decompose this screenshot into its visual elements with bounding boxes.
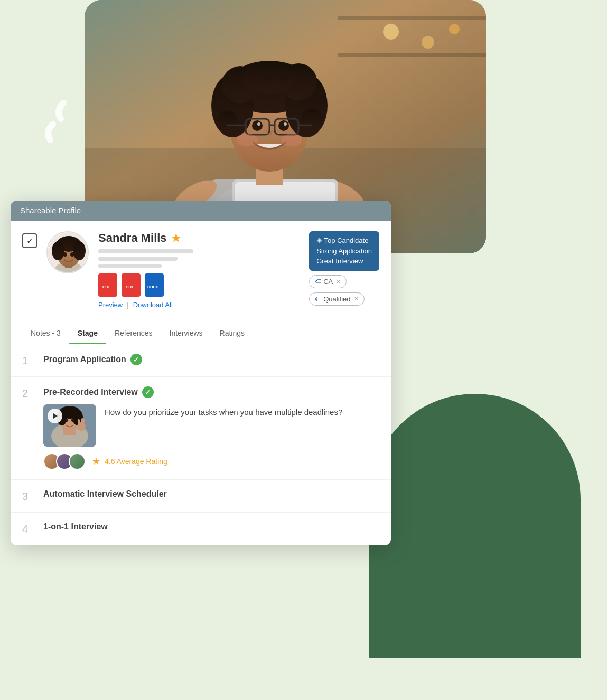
svg-text:PDF: PDF	[102, 285, 111, 289]
svg-point-21	[217, 111, 238, 132]
tab-notes[interactable]: Notes - 3	[22, 323, 69, 344]
checkbox-checkmark: ✓	[26, 236, 33, 246]
svg-point-28	[252, 120, 263, 131]
stage-title-3: Automatic Interview Scheduler	[43, 489, 379, 499]
background-blob	[369, 394, 581, 658]
document-icons: PDF PDF DOCX	[98, 273, 300, 297]
stage-content-3: Automatic Interview Scheduler	[43, 489, 379, 499]
select-candidate-checkbox[interactable]: ✓	[22, 233, 37, 248]
remove-qualified-tag[interactable]: ✕	[354, 296, 359, 302]
svg-point-42	[70, 252, 74, 257]
svg-text:DOCX: DOCX	[147, 285, 158, 289]
svg-point-22	[301, 108, 322, 129]
stage-number-3: 3	[22, 490, 35, 503]
svg-point-39	[52, 241, 64, 260]
svg-point-3	[422, 36, 434, 49]
tag-ca: 🏷 CA ✕	[309, 275, 347, 288]
play-triangle-icon	[53, 413, 58, 419]
stage-item-4: 4 1-on-1 Interview	[11, 513, 391, 545]
candidate-profile-card: Shareable Profile ✓	[11, 201, 391, 545]
raters-section: ★ 4.6 Average Rating	[43, 453, 379, 470]
svg-point-30	[257, 122, 260, 126]
video-section: How do you prioritize your tasks when yo…	[43, 404, 379, 447]
tab-stage[interactable]: Stage	[69, 323, 106, 344]
video-thumbnail[interactable]	[43, 404, 96, 447]
stage-title-2: Pre-Recorded Interview ✓	[43, 386, 379, 398]
pdf-doc-1[interactable]: PDF	[98, 273, 117, 297]
stage-list: 1 Program Application ✓ 2 Pre-Recorded I…	[11, 344, 391, 545]
svg-point-4	[449, 24, 460, 34]
rating-star-icon: ★	[92, 456, 100, 467]
document-links: Preview | Download All	[98, 301, 300, 309]
favorite-star-icon[interactable]: ★	[171, 232, 181, 244]
stage-item-2: 2 Pre-Recorded Interview ✓	[11, 377, 391, 480]
svg-text:PDF: PDF	[126, 285, 134, 289]
stage-item-1: 1 Program Application ✓	[11, 344, 391, 377]
svg-point-40	[73, 241, 86, 260]
tag-icon: 🏷	[315, 278, 321, 285]
svg-point-31	[284, 122, 287, 126]
download-all-link[interactable]: Download All	[133, 301, 173, 309]
stage-content-2: Pre-Recorded Interview ✓	[43, 386, 379, 470]
stage-content-4: 1-on-1 Interview	[43, 522, 379, 532]
link-separator: |	[127, 301, 128, 309]
card-header-title: Shareable Profile	[20, 206, 81, 215]
stage-number-1: 1	[22, 355, 35, 367]
svg-point-57	[65, 419, 68, 422]
card-header: Shareable Profile	[11, 201, 391, 221]
video-interview-question: How do you prioritize your tasks when yo…	[105, 406, 342, 419]
average-rating-text: 4.6 Average Rating	[105, 457, 167, 466]
svg-rect-5	[338, 16, 486, 20]
candidate-name: Sandra Mills ★	[98, 231, 300, 245]
svg-point-2	[383, 24, 399, 40]
stage-1-complete-icon: ✓	[130, 354, 142, 365]
stage-content-1: Program Application ✓	[43, 354, 379, 365]
stage-number-2: 2	[22, 387, 35, 400]
squiggle-decoration	[32, 95, 85, 160]
pdf-doc-2[interactable]: PDF	[122, 273, 141, 297]
candidate-tags-area: ✳ Top CandidateStrong ApplicationGreat I…	[309, 231, 379, 306]
top-candidate-badge: ✳ Top CandidateStrong ApplicationGreat I…	[309, 231, 379, 271]
svg-point-32	[237, 134, 258, 146]
info-placeholder-lines	[98, 249, 300, 268]
svg-point-29	[278, 120, 289, 131]
svg-point-33	[281, 134, 302, 146]
profile-info: Sandra Mills ★ PDF	[98, 231, 300, 309]
rater-avatars	[43, 453, 86, 470]
svg-point-41	[63, 252, 67, 257]
tag-qualified: 🏷 Qualified ✕	[309, 292, 364, 306]
info-line-1	[98, 249, 193, 253]
tag-ca-label: CA	[323, 278, 333, 286]
svg-rect-6	[338, 53, 486, 57]
stage-2-complete-icon: ✓	[142, 386, 154, 398]
avatar	[46, 231, 89, 273]
rater-avatar-3	[69, 453, 86, 470]
svg-point-20	[243, 62, 296, 94]
stage-tabs: Notes - 3 Stage References Interviews Ra…	[22, 323, 379, 344]
info-line-2	[98, 257, 178, 261]
preview-link[interactable]: Preview	[98, 301, 123, 309]
tab-references[interactable]: References	[106, 323, 161, 344]
stage-title-1: Program Application ✓	[43, 354, 379, 365]
remove-ca-tag[interactable]: ✕	[336, 278, 341, 285]
badge-text: ✳ Top CandidateStrong ApplicationGreat I…	[316, 237, 372, 265]
video-play-button[interactable]	[48, 409, 62, 423]
info-line-3	[98, 264, 162, 268]
svg-point-58	[71, 419, 74, 422]
tag-qualified-icon: 🏷	[315, 295, 321, 302]
tab-ratings[interactable]: Ratings	[211, 323, 253, 344]
tag-qualified-label: Qualified	[323, 295, 350, 303]
stage-item-3: 3 Automatic Interview Scheduler	[11, 480, 391, 513]
stage-number-4: 4	[22, 523, 35, 535]
docx-doc[interactable]: DOCX	[145, 273, 164, 297]
tab-interviews[interactable]: Interviews	[161, 323, 211, 344]
profile-section: ✓	[22, 231, 379, 317]
stage-title-4: 1-on-1 Interview	[43, 522, 379, 532]
